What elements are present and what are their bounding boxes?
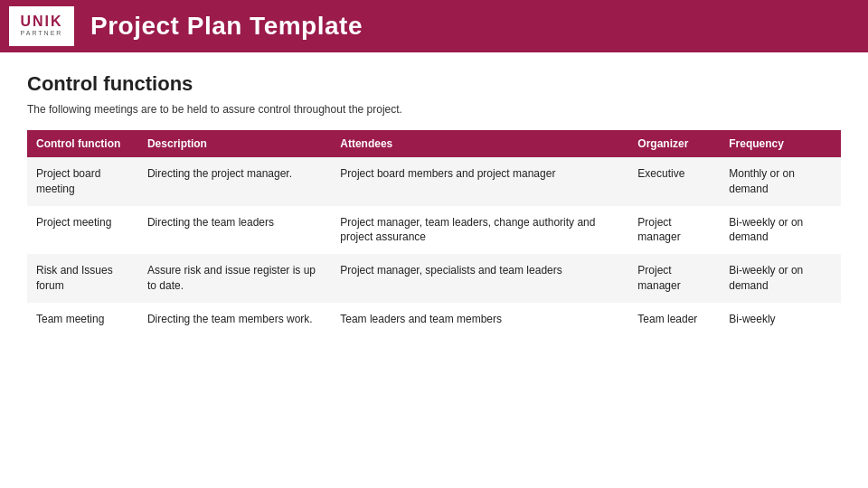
control-functions-table: Control function Description Attendees O… [27, 130, 841, 336]
cell-description: Directing the project manager. [138, 157, 331, 206]
cell-organizer: Project manager [628, 206, 720, 255]
col-header-description: Description [138, 130, 331, 157]
main-content: Control functions The following meetings… [0, 52, 868, 488]
cell-organizer: Team leader [628, 303, 720, 336]
cell-control-function: Team meeting [27, 303, 138, 336]
cell-frequency: Bi-weekly [720, 303, 841, 336]
cell-description: Directing the team members work. [138, 303, 331, 336]
logo: UNIK PARTNER [9, 6, 74, 46]
cell-frequency: Bi-weekly or on demand [720, 206, 841, 255]
logo-top-text: UNIK [20, 14, 62, 29]
table-row: Project meetingDirecting the team leader… [27, 206, 841, 255]
cell-attendees: Team leaders and team members [331, 303, 628, 336]
col-header-organizer: Organizer [628, 130, 720, 157]
cell-attendees: Project manager, team leaders, change au… [331, 206, 628, 255]
cell-organizer: Project manager [628, 254, 720, 303]
cell-control-function: Project board meeting [27, 157, 138, 206]
cell-frequency: Monthly or on demand [720, 157, 841, 206]
col-header-frequency: Frequency [720, 130, 841, 157]
col-header-control-function: Control function [27, 130, 138, 157]
cell-description: Assure risk and issue register is up to … [138, 254, 331, 303]
table-row: Project board meetingDirecting the proje… [27, 157, 841, 206]
col-header-attendees: Attendees [331, 130, 628, 157]
cell-description: Directing the team leaders [138, 206, 331, 255]
cell-attendees: Project board members and project manage… [331, 157, 628, 206]
table-row: Team meetingDirecting the team members w… [27, 303, 841, 336]
logo-bottom-text: PARTNER [21, 29, 63, 38]
header-bar: UNIK PARTNER Project Plan Template [0, 0, 868, 52]
cell-control-function: Project meeting [27, 206, 138, 255]
cell-frequency: Bi-weekly or on demand [720, 254, 841, 303]
cell-organizer: Executive [628, 157, 720, 206]
table-header-row: Control function Description Attendees O… [27, 130, 841, 157]
cell-control-function: Risk and Issues forum [27, 254, 138, 303]
intro-text: The following meetings are to be held to… [27, 103, 841, 116]
section-title: Control functions [27, 72, 841, 96]
table-row: Risk and Issues forumAssure risk and iss… [27, 254, 841, 303]
page-title: Project Plan Template [90, 12, 363, 41]
cell-attendees: Project manager, specialists and team le… [331, 254, 628, 303]
